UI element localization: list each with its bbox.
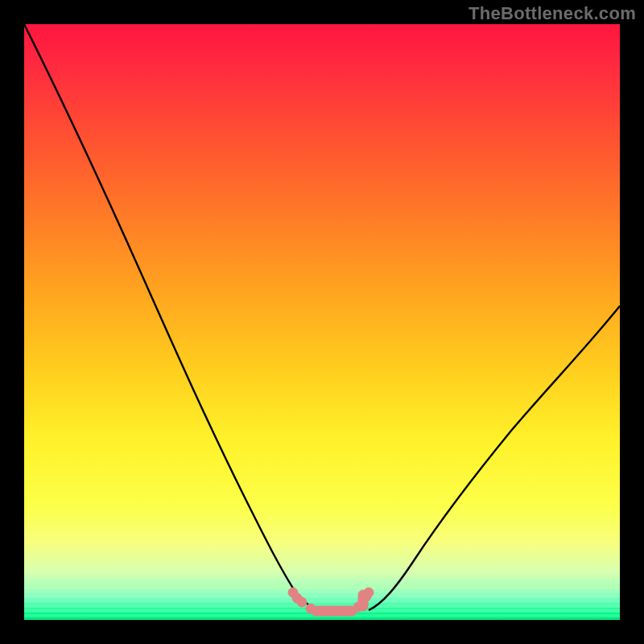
svg-rect-20 (358, 590, 368, 611)
chart-frame: TheBottleneck.com (0, 0, 644, 644)
svg-rect-19 (311, 606, 355, 616)
right-curve (369, 306, 620, 610)
plot-area (24, 24, 620, 620)
svg-point-9 (297, 597, 307, 607)
marker-group (288, 588, 374, 616)
chart-svg (24, 24, 620, 620)
left-curve (24, 24, 330, 611)
watermark-text: TheBottleneck.com (469, 3, 636, 24)
